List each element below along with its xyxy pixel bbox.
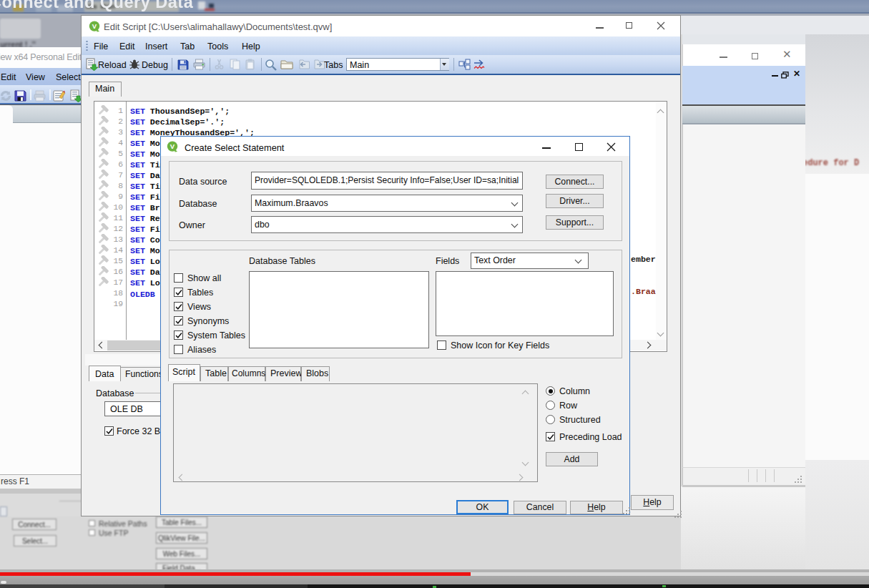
svg-text:V: V (92, 22, 97, 30)
svg-text:V: V (170, 142, 175, 150)
